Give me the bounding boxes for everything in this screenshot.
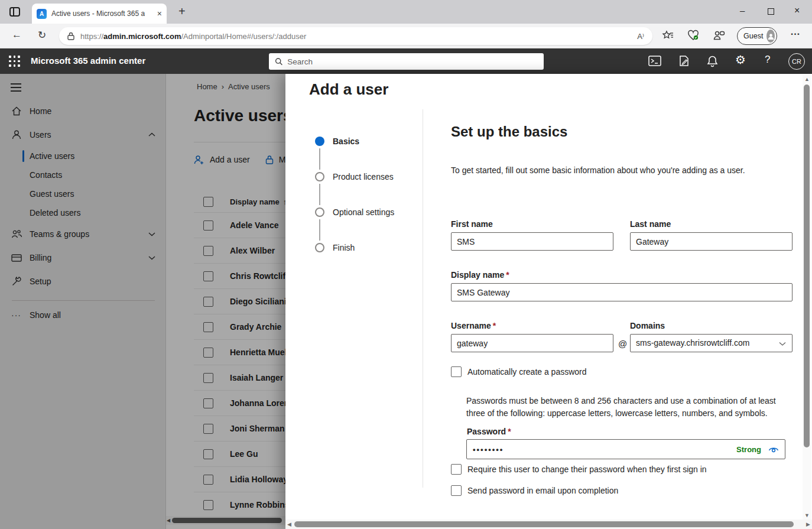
display-name-field[interactable] (451, 283, 792, 301)
help-icon[interactable]: ? (765, 54, 770, 66)
form-description: To get started, fill out some basic info… (451, 165, 745, 175)
password-requirements-note: Passwords must be between 8 and 256 char… (466, 395, 788, 420)
domains-label: Domains (630, 321, 665, 330)
tab-close-icon[interactable]: × (157, 9, 162, 18)
search-icon (275, 57, 282, 66)
form-heading: Set up the basics (451, 124, 567, 140)
step-connector (319, 184, 320, 205)
chevron-down-icon (779, 342, 786, 346)
app-title[interactable]: Microsoft 365 admin center (31, 56, 145, 66)
m365-app-bar: Microsoft 365 admin center ⚙ ? CR (0, 48, 812, 74)
last-name-field[interactable] (630, 232, 792, 251)
search-box[interactable] (269, 53, 544, 70)
panel-title: Add a user (309, 80, 388, 99)
first-name-label: First name (451, 219, 493, 229)
admin-center-favicon: A (37, 9, 47, 19)
notifications-bell-icon[interactable] (707, 55, 718, 67)
search-input[interactable] (287, 57, 538, 66)
at-sign: @ (618, 339, 627, 349)
profile-share-icon[interactable] (713, 30, 725, 41)
last-name-label: Last name (630, 219, 671, 229)
browser-essentials-icon[interactable] (687, 30, 700, 41)
panel-vertical-scrollbar[interactable]: ▲ ▼ (803, 75, 811, 520)
send-email-label: Send password in email upon completion (467, 486, 618, 495)
scrollbar-thumb[interactable] (804, 85, 810, 447)
auto-password-checkbox[interactable] (451, 366, 462, 377)
guest-profile-button[interactable]: Guest (737, 27, 777, 45)
password-label: Password* (467, 427, 511, 436)
workspace: Home Users Active users Contacts Guest u… (0, 74, 812, 529)
send-email-checkbox-row[interactable]: Send password in email upon completion (451, 485, 618, 496)
require-change-label: Require this user to change their passwo… (467, 465, 707, 474)
scroll-down-icon[interactable]: ▼ (804, 512, 810, 518)
password-strength-badge: Strong (736, 445, 761, 454)
read-aloud-icon[interactable]: A⁾ (637, 32, 644, 41)
powershell-icon[interactable] (648, 55, 661, 67)
url-text: https://admin.microsoft.com/Adminportal/… (80, 32, 306, 41)
domains-dropdown[interactable]: sms-gateway.chrisrowtcliff.com (630, 334, 792, 352)
require-change-checkbox-row[interactable]: Require this user to change their passwo… (451, 464, 707, 475)
password-value: •••••••• (473, 445, 504, 454)
lock-icon (67, 32, 74, 40)
tab-title: Active users - Microsoft 365 adm (51, 9, 145, 18)
auto-password-label: Automatically create a password (467, 367, 587, 377)
window-minimize-button[interactable]: – (740, 6, 745, 15)
panel-divider (423, 109, 423, 488)
settings-gear-icon[interactable]: ⚙ (735, 53, 746, 67)
feedback-icon[interactable] (678, 55, 690, 67)
step-dot-finish (315, 243, 324, 252)
scroll-up-icon[interactable]: ▲ (804, 76, 810, 82)
guest-label: Guest (743, 32, 763, 40)
required-asterisk: * (493, 321, 496, 330)
username-field[interactable] (451, 334, 613, 352)
password-reveal-eye-icon[interactable] (768, 445, 779, 453)
add-user-panel: Add a user Basics Product licenses Optio… (285, 74, 812, 529)
step-dot-basics (315, 137, 324, 146)
tab-workspaces-icon[interactable] (8, 5, 21, 18)
browser-tab[interactable]: A Active users - Microsoft 365 adm × (32, 4, 167, 24)
step-connector (319, 148, 320, 170)
guest-avatar (766, 30, 775, 43)
refresh-icon[interactable]: ↻ (38, 29, 46, 41)
address-bar[interactable]: https://admin.microsoft.com/Adminportal/… (59, 27, 652, 45)
browser-tabstrip: A Active users - Microsoft 365 adm × + –… (0, 0, 812, 24)
panel-horizontal-scrollbar[interactable]: ◀ ▶ (285, 520, 812, 529)
required-asterisk: * (508, 427, 511, 436)
browser-window: A Active users - Microsoft 365 adm × + –… (0, 0, 812, 529)
basics-form: Set up the basics To get started, fill o… (451, 74, 794, 529)
step-dot-optional-settings (315, 207, 324, 217)
display-name-label: Display name* (451, 270, 509, 280)
username-label: Username* (451, 321, 496, 330)
step-label-optional-settings[interactable]: Optional settings (333, 207, 394, 217)
send-email-checkbox[interactable] (451, 485, 462, 496)
app-launcher-icon[interactable] (9, 56, 20, 67)
favorites-icon[interactable] (662, 30, 674, 41)
step-connector (319, 219, 320, 241)
window-close-button[interactable]: × (794, 6, 800, 15)
step-label-basics[interactable]: Basics (333, 137, 359, 146)
password-field[interactable]: •••••••• Strong (466, 439, 785, 459)
require-change-checkbox[interactable] (451, 464, 462, 475)
browser-toolbar: ← ↻ https://admin.microsoft.com/Adminpor… (0, 24, 812, 48)
required-asterisk: * (506, 270, 509, 280)
step-label-product-licenses[interactable]: Product licenses (333, 172, 394, 181)
scroll-right-icon[interactable]: ▶ (806, 521, 810, 527)
browser-menu-icon[interactable]: … (790, 26, 800, 38)
auto-password-checkbox-row[interactable]: Automatically create a password (451, 366, 587, 377)
back-icon[interactable]: ← (12, 29, 22, 41)
step-dot-product-licenses (315, 172, 324, 181)
scrollbar-thumb[interactable] (294, 521, 794, 527)
first-name-field[interactable] (451, 232, 613, 251)
new-tab-button[interactable]: + (178, 5, 186, 18)
account-avatar[interactable]: CR (788, 53, 805, 70)
window-maximize-button[interactable] (768, 8, 774, 15)
scroll-left-icon[interactable]: ◀ (287, 521, 291, 527)
step-label-finish[interactable]: Finish (333, 243, 355, 252)
